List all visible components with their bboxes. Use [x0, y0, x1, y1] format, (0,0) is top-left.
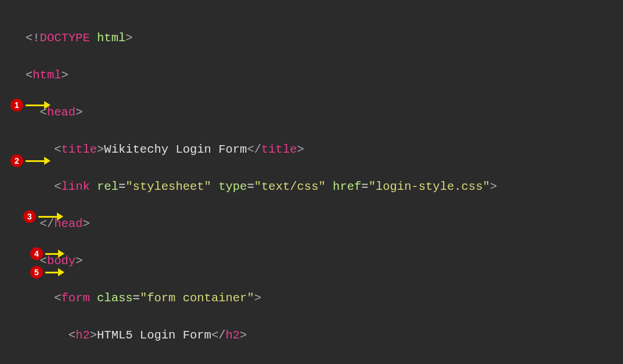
code-line: <html> — [26, 66, 623, 85]
callout-5: 5 — [30, 266, 64, 279]
arrow-icon — [45, 250, 64, 258]
callout-badge: 4 — [30, 247, 43, 260]
code-line: <head> — [26, 103, 623, 122]
callout-badge: 3 — [23, 210, 36, 223]
code-line: <h2>HTML5 Login Form</h2> — [26, 326, 623, 345]
callout-1: 1 — [10, 99, 51, 111]
arrow-icon — [26, 157, 51, 165]
arrow-icon — [45, 268, 64, 276]
code-line: <title>Wikitechy Login Form</title> — [26, 140, 623, 159]
arrow-icon — [26, 101, 51, 109]
code-line: <link rel="stylesheet" type="text/css" h… — [26, 178, 623, 196]
code-editor: <!DOCTYPE html> <html> <head> <title>Wik… — [0, 0, 623, 364]
callout-3: 3 — [23, 210, 63, 223]
callout-number: 2 — [15, 156, 19, 165]
code-line: <body> — [26, 252, 623, 271]
callout-badge: 1 — [10, 99, 23, 111]
callout-number: 4 — [34, 249, 39, 258]
arrow-icon — [38, 212, 63, 221]
code-line: </head> — [26, 215, 623, 233]
callout-badge: 2 — [10, 154, 23, 167]
callout-number: 1 — [15, 100, 19, 110]
callout-badge: 5 — [30, 266, 43, 279]
callout-number: 3 — [27, 212, 32, 221]
callout-2: 2 — [10, 154, 51, 167]
callout-4: 4 — [30, 247, 64, 260]
code-line: <!DOCTYPE html> — [26, 29, 623, 48]
callout-number: 5 — [34, 268, 39, 277]
code-line: <form class="form container"> — [26, 289, 623, 308]
